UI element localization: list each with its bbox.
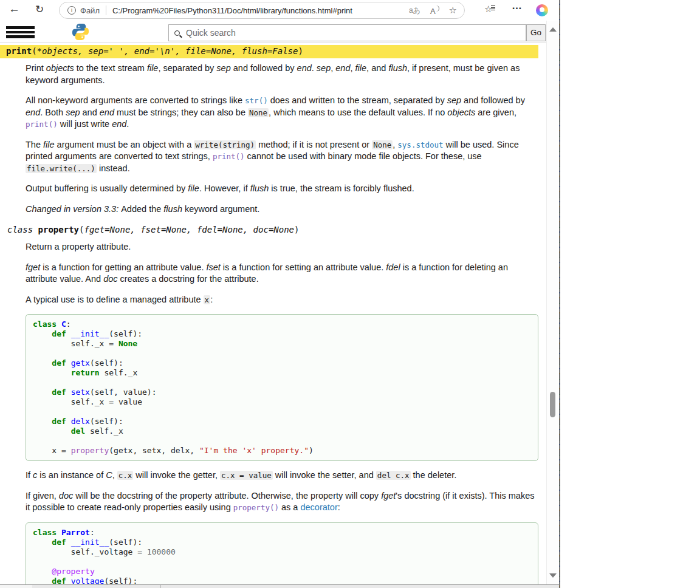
text-segment: sep	[66, 108, 80, 117]
more-menu-icon[interactable]: …	[512, 0, 523, 12]
search-input[interactable]	[185, 27, 526, 38]
print-description: Print objects to the text stream file, s…	[26, 63, 538, 215]
text-segment: , and	[366, 63, 388, 73]
read-aloud-letter: A	[430, 7, 436, 16]
text-segment: None	[248, 108, 269, 117]
scroll-thumb[interactable]	[550, 392, 555, 417]
text-segment: sep	[447, 95, 461, 105]
code-line: def voltage(self):	[33, 576, 538, 585]
text-segment: Return a property attribute.	[26, 242, 131, 251]
site-label: Файл	[80, 6, 100, 15]
text-segment: end	[112, 119, 126, 129]
url-text: C:/Program%20Files/Python311/Doc/html/li…	[112, 6, 352, 15]
text-segment: doc	[59, 491, 73, 501]
text-segment: will just write	[58, 119, 112, 129]
go-button[interactable]: Go	[526, 24, 546, 41]
text-segment: *objects, sep=' ', end='\n', file=None, …	[37, 46, 298, 56]
refresh-button[interactable]: ↻	[35, 3, 44, 16]
search-icon	[174, 30, 180, 36]
scroll-down-icon[interactable]	[549, 573, 557, 578]
text-segment: The	[26, 140, 43, 149]
text-segment: file	[147, 63, 159, 73]
text-segment: end	[100, 108, 114, 117]
text-segment: will invoke the getter,	[133, 470, 220, 480]
window-edge	[559, 0, 560, 588]
text-segment: is an instance of	[37, 470, 106, 480]
browser-window: ← ↻ i Файл C:/Program%20Files/Python311/…	[0, 0, 560, 588]
text-segment: and followed by	[461, 95, 525, 105]
text-segment: cannot be used with binary mode file obj…	[245, 151, 482, 161]
text-segment: argument must be an object with a	[55, 140, 194, 149]
paragraph: Return a property attribute.	[26, 241, 538, 253]
text-segment: Output buffering is usually determined b…	[26, 183, 188, 193]
text-segment: :	[338, 502, 340, 512]
code-line	[33, 349, 538, 358]
text-segment: is a function for getting an attribute v…	[40, 262, 206, 272]
text-segment: fset	[206, 262, 220, 272]
text-segment: write(string)	[194, 140, 256, 149]
menu-toggle-icon[interactable]	[6, 26, 35, 38]
decorator-link[interactable]: decorator	[300, 502, 337, 512]
read-aloud-icon[interactable]: A	[430, 5, 439, 16]
text-segment: Print	[26, 63, 46, 73]
text-segment: keyword argument.	[182, 204, 259, 214]
str-link[interactable]: str()	[245, 96, 268, 105]
text-segment: .	[126, 119, 129, 129]
copilot-icon[interactable]	[536, 4, 548, 16]
changed-in-version-note: Changed in version 3.3: Added the flush …	[26, 203, 538, 216]
text-segment: ,	[112, 470, 117, 480]
address-bar[interactable]: i Файл C:/Program%20Files/Python311/Doc/…	[59, 2, 465, 19]
text-segment: (	[32, 46, 36, 56]
text-segment: will be the docstring of the property at…	[73, 491, 381, 501]
text-segment: fget	[26, 262, 40, 272]
property-description: Return a property attribute. fget is a f…	[26, 241, 538, 584]
code-block-class-c: class C: def __init__(self): self._x = N…	[26, 314, 538, 461]
property-link[interactable]: property()	[233, 503, 279, 512]
text-segment: will invoke the setter, and	[273, 470, 376, 480]
scroll-up-icon[interactable]	[549, 27, 557, 32]
paragraph: If given, doc will be the docstring of t…	[26, 490, 538, 514]
page-scrollbar[interactable]	[546, 21, 558, 588]
text-segment: Changed in version 3.3:	[26, 204, 121, 214]
text-segment: doc	[103, 274, 117, 284]
paragraph: If c is an instance of C, c.x will invok…	[26, 470, 538, 482]
text-segment: are given,	[475, 108, 516, 117]
text-segment: :	[210, 295, 213, 304]
text-segment: fget	[381, 491, 396, 501]
text-segment: to the text stream	[74, 63, 147, 73]
code-line: del self._x	[33, 426, 538, 436]
text-segment: print	[6, 46, 32, 56]
paragraph: All non-keyword arguments are converted …	[26, 95, 538, 131]
text-segment: and followed by	[231, 63, 297, 73]
text-segment: file	[355, 63, 367, 73]
bottom-strip-segment	[0, 585, 32, 588]
python-logo[interactable]	[71, 22, 90, 41]
info-icon[interactable]: i	[67, 6, 76, 15]
code-line: x = property(getx, setx, delx, "I'm the …	[33, 446, 538, 456]
text-segment: fdel	[386, 262, 400, 272]
text-segment: del c.x	[376, 471, 411, 480]
sys-stdout-link[interactable]: sys.stdout	[397, 140, 443, 149]
favorites-star-icon[interactable]: ☆	[449, 5, 457, 16]
text-segment: If given,	[26, 491, 59, 501]
paragraph: fget is a function for getting an attrib…	[26, 262, 538, 285]
text-segment: end	[297, 63, 312, 73]
text-segment: .	[312, 63, 317, 73]
text-segment: , separated by	[158, 63, 216, 73]
quick-search-box[interactable]	[168, 24, 526, 41]
text-segment: method; if it is not present or	[256, 140, 372, 149]
address-divider	[106, 5, 106, 15]
collections-icon[interactable]: ☆	[484, 4, 492, 15]
code-line: def __init__(self):	[33, 538, 538, 547]
text-segment: objects	[447, 108, 475, 117]
text-segment: and	[80, 108, 100, 117]
back-button[interactable]: ←	[9, 2, 20, 16]
text-segment: does and written to the stream, separate…	[268, 95, 447, 105]
print-link[interactable]: print()	[26, 120, 58, 129]
translate-icon[interactable]: aあ	[409, 5, 420, 16]
browser-toolbar: ← ↻ i Файл C:/Program%20Files/Python311/…	[0, 0, 560, 21]
print-link[interactable]: print()	[213, 152, 245, 161]
code-line: self._x = value	[33, 397, 538, 407]
text-segment: must be strings; they can also be	[114, 108, 248, 117]
text-segment: is a function for setting an attribute v…	[221, 262, 386, 272]
